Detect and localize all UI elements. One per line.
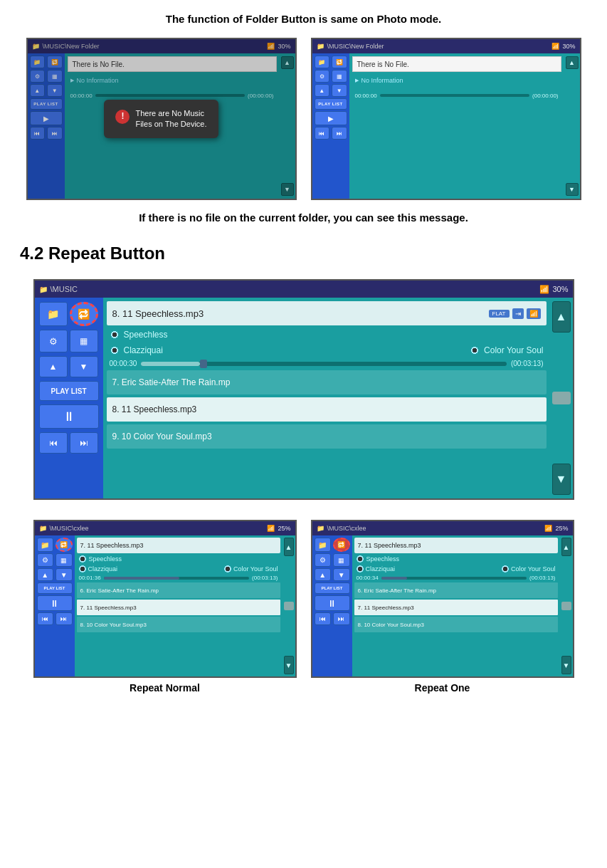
bn-grid-btn[interactable]: ▦ [56, 553, 73, 567]
screenshot-repeat-normal: 📁 \MUSIC\cxlee 📶 25% 📁 🔁 [33, 520, 297, 678]
flat-badge: FLAT [489, 310, 510, 318]
screenshot-no-modal: 📁 \MUSIC\New Folder 📶 30% 📁 🔁 ⚙ ▦ [311, 38, 581, 200]
time-bar-r: 00:00:00 (00:00:00) [352, 89, 561, 102]
settings-btn-r[interactable]: ⚙ [315, 70, 330, 83]
bn-scroll-up[interactable]: ▲ [284, 538, 294, 556]
top-screenshots-row: 📁 \MUSIC\New Folder 📶 30% 📁 🔁 ⚙ ▦ [14, 38, 593, 200]
bo-repeat-one-btn[interactable]: 🔂 [333, 538, 350, 552]
bo-list-3: 8. 10 Color Your Soul.mp3 [354, 617, 558, 632]
large-playlist: 7. Eric Satie-After The Rain.mp 8. 11 Sp… [107, 370, 547, 495]
bo-prev-btn[interactable]: ⏮ [315, 612, 332, 625]
large-time-bar: 00:00:30 (00:03:13) [107, 360, 547, 367]
disc-icon-artist [110, 330, 120, 340]
bo-left-panel: 📁 🔂 ⚙ ▦ ▲ ▼ PLAY LIST ⏸ [312, 535, 352, 676]
bo-grid-btn[interactable]: ▦ [333, 553, 350, 567]
next-btn-r[interactable]: ⏭ [332, 127, 347, 140]
large-down-btn[interactable]: ▼ [70, 356, 98, 377]
bo-pause-btn[interactable]: ⏸ [315, 595, 350, 611]
bo-right-scroll: ▲ ▼ [560, 535, 573, 676]
bo-up-btn[interactable]: ▲ [315, 568, 332, 581]
bn-song-title: 7. 11 Speechless.mp3 [77, 538, 280, 553]
bo-down-btn[interactable]: ▼ [333, 568, 350, 581]
large-album-row: Clazziquai Color Your Soul [107, 344, 547, 357]
large-song-title-bar: 8. 11 Speechless.mp3 FLAT ⇥ 📶 [107, 301, 547, 325]
bn-artist-row: Speechless [77, 555, 280, 563]
mid-description: If there is no file on the current folde… [14, 211, 593, 224]
bo-playlist-btn[interactable]: PLAY LIST [315, 582, 350, 594]
bn-scroll-down[interactable]: ▼ [284, 656, 294, 674]
no-file-message-r: There is No File. [352, 56, 561, 72]
large-repeat-btn-highlighted[interactable]: 🔁 [70, 302, 98, 326]
bn-list-2-active: 7. 11 Speechless.mp3 [77, 600, 280, 615]
bo-settings-btn[interactable]: ⚙ [315, 553, 332, 567]
large-up-btn[interactable]: ▲ [39, 356, 68, 377]
bn-list-1: 6. Eric Satie-After The Rain.mp [77, 582, 280, 598]
large-scroll-up[interactable]: ▲ [552, 301, 571, 333]
bn-right-panel: 7. 11 Speechless.mp3 Speechless Clazziqu… [75, 535, 283, 676]
no-music-modal: ! There are No Music Files on The Device… [104, 100, 218, 139]
bn-prev-btn[interactable]: ⏮ [37, 612, 54, 625]
bo-next-btn[interactable]: ⏭ [333, 612, 350, 625]
large-grid-btn[interactable]: ▦ [70, 330, 98, 352]
top-description: The function of Folder Button is same on… [14, 7, 593, 25]
prev-btn-r[interactable]: ⏮ [315, 127, 330, 140]
repeat-one-caption: Repeat One [415, 682, 470, 694]
bo-right-panel: 7. 11 Speechless.mp3 Speechless Clazziqu… [352, 535, 560, 676]
large-next-btn[interactable]: ⏭ [70, 432, 98, 454]
bn-up-btn[interactable]: ▲ [37, 568, 54, 581]
bo-scroll-up[interactable]: ▲ [561, 538, 571, 556]
large-right-scroll: ▲ ▼ [550, 298, 573, 498]
grid-btn-r[interactable]: ▦ [332, 70, 347, 83]
bn-settings-btn[interactable]: ⚙ [37, 553, 54, 567]
large-prev-btn[interactable]: ⏮ [39, 432, 68, 454]
play-btn-r[interactable]: ▶ [315, 111, 347, 125]
bo-time-bar: 00:00:34 (00:03:13) [354, 575, 558, 581]
large-artist-row: Speechless [107, 328, 547, 341]
bn-playlist-btn[interactable]: PLAY LIST [37, 582, 73, 594]
modal-overlay: ! There are No Music Files on The Device… [28, 39, 295, 199]
warning-icon: ! [115, 110, 130, 124]
screenshot-large: 📁 \MUSIC 📶 30% 📁 🔁 ⚙ ▦ [33, 279, 574, 500]
bo-list-1: 6. Eric Satie-After The Rain.mp [354, 582, 558, 598]
bo-list-2-active: 7. 11 Speechless.mp3 [354, 600, 558, 615]
bo-scroll-down[interactable]: ▼ [561, 656, 571, 674]
bn-disc-composer [79, 565, 86, 572]
repeat-normal-container: 📁 \MUSIC\cxlee 📶 25% 📁 🔁 [33, 520, 297, 694]
bn-repeat-btn[interactable]: 🔁 [56, 538, 73, 552]
list-item-1: 7. Eric Satie-After The Rain.mp [107, 370, 547, 394]
bn-pause-btn[interactable]: ⏸ [37, 595, 73, 611]
bn-list-3: 8. 10 Color Your Soul.mp3 [77, 617, 280, 632]
scroll-up-btn-r[interactable]: ▲ [566, 56, 579, 69]
disc-icon-composer [110, 345, 120, 355]
playlist-btn-r[interactable]: PLAY LIST [315, 98, 347, 110]
folder-btn-r[interactable]: 📁 [315, 56, 330, 68]
bn-disc-album [224, 565, 231, 572]
bn-folder-btn[interactable]: 📁 [37, 538, 53, 552]
bo-album-row: Clazziquai Color Your Soul [354, 565, 558, 573]
bn-album-row: Clazziquai Color Your Soul [77, 565, 280, 573]
large-right-panel: 8. 11 Speechless.mp3 FLAT ⇥ 📶 Speechless [103, 298, 550, 498]
bn-scroll-thumb [284, 602, 294, 610]
large-playlist-btn[interactable]: PLAY LIST [39, 381, 99, 401]
output-icon: ⇥ [512, 308, 524, 319]
disc-icon-album [470, 345, 480, 355]
bo-folder-btn[interactable]: 📁 [315, 538, 331, 552]
section-title: 4.2 Repeat Button [14, 244, 593, 263]
bn-next-btn[interactable]: ⏭ [56, 612, 73, 625]
scroll-down-btn-r[interactable]: ▼ [566, 183, 579, 196]
left-panel-right: 📁 🔁 ⚙ ▦ ▲ ▼ PLAY LIST ▶ ⏮ ⏭ [312, 53, 349, 199]
bn-playlist: 6. Eric Satie-After The Rain.mp 7. 11 Sp… [77, 582, 280, 674]
bo-song-title: 7. 11 Speechless.mp3 [354, 538, 558, 553]
bo-disc-album [502, 565, 509, 572]
large-pause-btn[interactable]: ⏸ [39, 404, 99, 429]
eq-icon: 📶 [527, 308, 541, 319]
large-folder-btn[interactable]: 📁 [39, 302, 68, 326]
bn-down-btn[interactable]: ▼ [56, 568, 73, 581]
modal-text-line2: Files on The Device. [135, 119, 206, 130]
large-settings-btn[interactable]: ⚙ [39, 330, 68, 352]
device-top-bar-right: 📁 \MUSIC\New Folder 📶 30% [312, 39, 580, 53]
down-btn-r[interactable]: ▼ [332, 84, 347, 97]
large-scroll-down[interactable]: ▼ [552, 464, 571, 495]
up-btn-r[interactable]: ▲ [315, 84, 330, 97]
repeat-btn-r[interactable]: 🔁 [332, 56, 347, 68]
